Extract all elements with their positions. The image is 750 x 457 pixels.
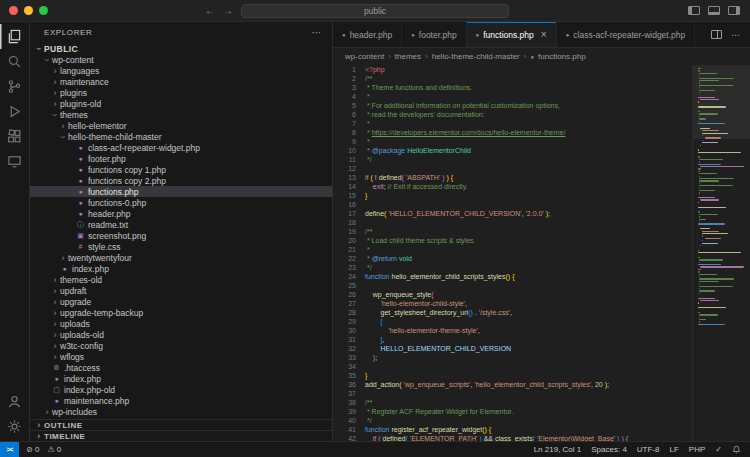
- tree-item-wp-includes[interactable]: ›wp-includes: [30, 406, 332, 417]
- command-center-search[interactable]: public: [241, 4, 509, 18]
- tree-item-maintenance.php[interactable]: ●maintenance.php: [30, 395, 332, 406]
- tree-item-uploads[interactable]: ›uploads: [30, 318, 332, 329]
- tree-item-class-acf-repeater-widget.php[interactable]: ●class-acf-repeater-widget.php: [30, 142, 332, 153]
- minimap[interactable]: [692, 65, 750, 441]
- tree-item-functions-0.php[interactable]: ●functions-0.php: [30, 197, 332, 208]
- nav-back-button[interactable]: ←: [205, 5, 215, 16]
- toggle-panel-icon[interactable]: [708, 6, 720, 15]
- tab-label: header.php: [350, 30, 393, 40]
- code-area[interactable]: 1<?php2/**3 * Theme functions and defini…: [333, 65, 750, 441]
- remote-indicator[interactable]: ><: [0, 442, 19, 457]
- section-label: OUTLINE: [44, 421, 83, 430]
- tree-item-functions copy 1.php[interactable]: ●functions copy 1.php: [30, 164, 332, 175]
- tree-item-header.php[interactable]: ●header.php: [30, 208, 332, 219]
- tree-item-readme.txt[interactable]: ⓘreadme.txt: [30, 219, 332, 230]
- breadcrumb-item[interactable]: wp-content: [345, 52, 384, 61]
- problems-warnings[interactable]: ⚠ 0: [47, 445, 61, 454]
- zoom-window-button[interactable]: [39, 6, 48, 15]
- run-debug-icon[interactable]: [0, 99, 29, 124]
- tree-item-.htaccess[interactable]: ⚙.htaccess: [30, 362, 332, 373]
- code-text: *: [365, 245, 370, 254]
- tree-item-languages[interactable]: ›languages: [30, 65, 332, 76]
- code-line: 7 *: [333, 119, 750, 128]
- breadcrumb-item[interactable]: functions.php: [538, 52, 586, 61]
- explorer-more-actions-icon[interactable]: ⋯: [311, 27, 322, 38]
- status-item[interactable]: Spaces: 4: [591, 445, 627, 454]
- tree-item-screenshot.png[interactable]: ▣screenshot.png: [30, 230, 332, 241]
- code-text: <?php: [365, 65, 385, 74]
- code-text: if ( defined( 'ELEMENTOR_PATH' ) && clas…: [365, 434, 628, 441]
- info-icon: ⓘ: [76, 220, 85, 229]
- tree-item-index.php[interactable]: ●index.php: [30, 373, 332, 384]
- close-icon[interactable]: ×: [541, 31, 547, 39]
- vscode-window: ← → public EXPLORER ⋯ ›PUBLIC›wp-content…: [0, 0, 750, 457]
- status-item[interactable]: LF: [670, 445, 679, 454]
- tree-item-upgrade-temp-backup[interactable]: ›upgrade-temp-backup: [30, 307, 332, 318]
- sidebar-section-outline[interactable]: ›OUTLINE: [30, 419, 332, 430]
- explorer-icon[interactable]: [0, 24, 29, 49]
- toggle-secondary-sidebar-icon[interactable]: [728, 6, 740, 15]
- status-item[interactable]: UTF-8: [637, 445, 660, 454]
- tree-item-label: updraft: [60, 286, 86, 296]
- nav-forward-button[interactable]: →: [223, 5, 233, 16]
- status-item[interactable]: Ln 219, Col 1: [534, 445, 582, 454]
- tree-item-twentytwentyfour[interactable]: ›twentytwentyfour: [30, 252, 332, 263]
- tree-item-w3tc-config[interactable]: ›w3tc-config: [30, 340, 332, 351]
- breadcrumb-item[interactable]: hello-theme-child-master: [432, 52, 520, 61]
- toggle-sidebar-icon[interactable]: [688, 6, 700, 15]
- tree-item-plugins[interactable]: ›plugins: [30, 87, 332, 98]
- tab-functions.php[interactable]: ●functions.php×: [467, 22, 557, 47]
- code-line: 28 get_stylesheet_directory_uri() . '/st…: [333, 308, 750, 317]
- line-number: 2: [333, 74, 365, 83]
- tree-item-hello-theme-child-master[interactable]: ›hello-theme-child-master: [30, 131, 332, 142]
- tree-item-functions copy 2.php[interactable]: ●functions copy 2.php: [30, 175, 332, 186]
- search-icon[interactable]: [0, 49, 29, 74]
- tree-item-maintenance[interactable]: ›maintenance: [30, 76, 332, 87]
- tree-item-wp-content[interactable]: ›wp-content: [30, 54, 332, 65]
- notifications-bell-icon[interactable]: [732, 445, 741, 454]
- tree-item-label: index.php: [64, 374, 101, 384]
- tree-item-uploads-old[interactable]: ›uploads-old: [30, 329, 332, 340]
- tree-item-footer.php[interactable]: ●footer.php: [30, 153, 332, 164]
- tree-item-PUBLIC[interactable]: ›PUBLIC: [30, 43, 332, 54]
- sidebar-section-timeline[interactable]: ›TIMELINE: [30, 430, 332, 441]
- status-item[interactable]: ✓: [715, 445, 722, 454]
- problems-errors[interactable]: ⊘ 0: [26, 445, 39, 454]
- tree-item-plugins-old[interactable]: ›plugins-old: [30, 98, 332, 109]
- code-text: if ( ! defined( 'ABSPATH' ) ) {: [365, 173, 453, 182]
- line-number: 11: [333, 155, 365, 164]
- extensions-icon[interactable]: [0, 124, 29, 149]
- settings-icon[interactable]: [0, 414, 29, 439]
- tree-item-index.php-old[interactable]: ▢index.php-old: [30, 384, 332, 395]
- image-icon: ▣: [76, 231, 85, 240]
- editor-more-actions-icon[interactable]: ⋯: [731, 30, 740, 40]
- code-text: 'hello-elementor-theme-style',: [365, 326, 480, 335]
- code-line: 36add_action( 'wp_enqueue_scripts', 'hel…: [333, 380, 750, 389]
- tree-item-upgrade[interactable]: ›upgrade: [30, 296, 332, 307]
- tree-item-functions.php[interactable]: ●functions.php: [30, 186, 332, 197]
- tree-item-label: style.css: [88, 242, 121, 252]
- tree-item-themes-old[interactable]: ›themes-old: [30, 274, 332, 285]
- remote-explorer-icon[interactable]: [0, 149, 29, 174]
- tab-footer.php[interactable]: ●footer.php: [402, 22, 466, 47]
- tree-item-updraft[interactable]: ›updraft: [30, 285, 332, 296]
- account-icon[interactable]: [0, 389, 29, 414]
- tab-class-acf-repeater-widget.php[interactable]: ●class-acf-repeater-widget.php: [557, 22, 696, 47]
- line-number: 24: [333, 272, 365, 281]
- code-line: 3 * Theme functions and definitions.: [333, 83, 750, 92]
- tree-item-wflogs[interactable]: ›wflogs: [30, 351, 332, 362]
- split-editor-icon[interactable]: [711, 30, 722, 39]
- minimize-window-button[interactable]: [24, 6, 33, 15]
- tree-item-themes[interactable]: ›themes: [30, 109, 332, 120]
- tab-header.php[interactable]: ●header.php: [333, 22, 402, 47]
- line-number: 39: [333, 407, 365, 416]
- tree-item-style.css[interactable]: #style.css: [30, 241, 332, 252]
- tree-item-label: functions-0.php: [88, 198, 146, 208]
- source-control-icon[interactable]: [0, 74, 29, 99]
- close-window-button[interactable]: [9, 6, 18, 15]
- tree-item-hello-elementor[interactable]: ›hello-elementor: [30, 120, 332, 131]
- tree-item-index.php[interactable]: ●index.php: [30, 263, 332, 274]
- breadcrumb-item[interactable]: themes: [395, 52, 421, 61]
- code-text: * Register ACF Repeater Widget for Eleme…: [365, 407, 513, 416]
- status-item[interactable]: PHP: [689, 445, 705, 454]
